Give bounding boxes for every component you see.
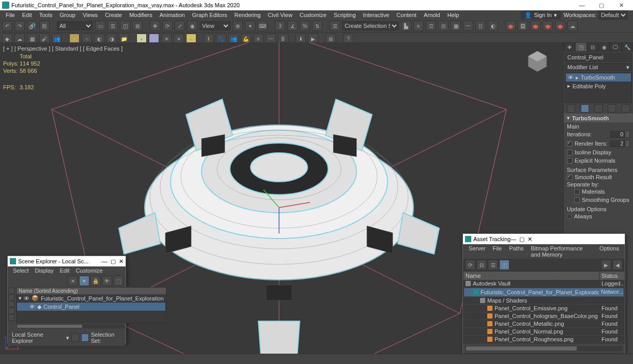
menu-create[interactable]: Create [101, 12, 126, 18]
select-region-icon[interactable]: ◫ [120, 21, 130, 31]
explicit-checkbox[interactable] [567, 158, 573, 164]
always-radio[interactable] [567, 214, 572, 219]
asset-row[interactable]: Autodesk VaultLogged... [464, 280, 624, 288]
workspace-selector[interactable]: Workspaces: Default [561, 10, 631, 20]
toggle-ribbon-icon[interactable]: ▦ [451, 21, 461, 31]
aw-tree-icon[interactable]: ⊟ [476, 260, 487, 270]
configure-sets-icon[interactable] [622, 104, 630, 113]
aw-refresh-icon[interactable]: ⟳ [465, 260, 475, 270]
object-name-field[interactable] [565, 53, 632, 62]
se-lock-icon[interactable]: 🔒 [90, 276, 101, 286]
se-all-icon[interactable] [8, 288, 14, 294]
pin-stack-icon[interactable] [567, 104, 575, 113]
render-iters-spinner[interactable] [610, 140, 630, 147]
se-scrollbar[interactable] [17, 325, 82, 328]
window-crossing-icon[interactable]: ⊞ [132, 21, 143, 31]
asset-tracking-window[interactable]: Asset Tracking — ▢ ✕ Server File Paths B… [462, 233, 625, 355]
mirror-icon[interactable]: ▙ [401, 21, 411, 31]
se-display-icon[interactable]: 👁 [102, 276, 112, 286]
menu-customize[interactable]: Customize [296, 12, 330, 18]
asset-row[interactable]: Maps / Shaders [464, 297, 624, 305]
menu-group[interactable]: Group [56, 12, 79, 18]
eye-icon[interactable]: 👁 [24, 295, 29, 302]
aw-col-status[interactable]: Status [599, 272, 624, 280]
menu-scripting[interactable]: Scripting [330, 12, 360, 18]
se-edit[interactable]: Edit [57, 267, 73, 274]
hierarchy-tab[interactable]: ⊟ [587, 42, 598, 52]
select-icon[interactable]: ▭ [95, 21, 105, 31]
modifier-stack[interactable]: 👁▸ TurboSmooth ▸Editable Poly [565, 72, 632, 103]
rollout-header[interactable]: ▾ TurboSmooth [564, 114, 633, 122]
unlink-icon[interactable]: ⛓ [39, 21, 50, 31]
se-pick-icon[interactable]: ⬚ [113, 276, 123, 286]
smooth-result-checkbox[interactable] [567, 175, 573, 180]
se-filter-icon[interactable]: ▼ [79, 276, 89, 286]
render-prod-icon[interactable]: 🫖 [530, 21, 541, 31]
link-icon[interactable]: 🔗 [27, 21, 37, 31]
aw-bitmap[interactable]: Bitmap Performance and Memory [527, 245, 596, 258]
se-select[interactable]: Select [10, 267, 32, 274]
smoothing-groups-checkbox[interactable] [574, 197, 580, 203]
material-editor-icon[interactable]: ◐ [488, 21, 498, 31]
se-light-icon[interactable] [8, 308, 14, 314]
spinner-snap-icon[interactable]: ⇅ [312, 21, 322, 31]
menu-views[interactable]: Views [79, 12, 101, 18]
se-sort-icon[interactable] [81, 334, 89, 342]
aw-flat-icon[interactable]: ☰ [488, 260, 498, 270]
close-icon[interactable]: ✕ [119, 258, 123, 265]
modifier-editable-poly[interactable]: ▸Editable Poly [565, 82, 631, 90]
layer-explorer-icon[interactable]: ⊟ [438, 21, 449, 31]
scale-icon[interactable]: ⤢ [175, 21, 185, 31]
asset-row[interactable]: Futuristic_Control_Panel_for_Planet_Expl… [464, 288, 624, 297]
menu-edit[interactable]: Edit [19, 12, 36, 18]
ref-coord[interactable]: View [199, 21, 230, 30]
aw-col-name[interactable]: Name [464, 272, 599, 280]
aw-file[interactable]: File [489, 245, 505, 258]
iterations-spinner[interactable] [610, 131, 630, 138]
asset-row[interactable]: Panel_Control_Roughness.pngFound [464, 336, 624, 343]
aw-options[interactable]: Options [596, 245, 623, 258]
motion-tab[interactable]: ◉ [598, 42, 610, 52]
close-button[interactable]: ✕ [611, 0, 631, 10]
render-cloud-icon[interactable]: ☁ [567, 21, 578, 31]
minimize-button[interactable]: — [572, 0, 592, 10]
modify-tab[interactable]: ◳ [575, 42, 586, 52]
place-icon[interactable]: ◉ [187, 21, 197, 31]
show-end-result-icon[interactable] [581, 104, 589, 113]
maximize-icon[interactable]: ▢ [111, 258, 116, 265]
aw-paths[interactable]: Paths [505, 245, 527, 258]
rotate-icon[interactable]: ⟳ [162, 21, 173, 31]
pivot-icon[interactable]: ⊕ [233, 21, 243, 31]
move-icon[interactable]: ✥ [150, 21, 160, 31]
schematic-icon[interactable]: ⌸ [475, 21, 486, 31]
se-geo-icon[interactable] [8, 294, 14, 300]
menu-animation[interactable]: Animation [156, 12, 189, 18]
isoline-checkbox[interactable] [567, 150, 573, 155]
redo-icon[interactable]: ↷ [14, 21, 25, 31]
layers-icon[interactable]: ☲ [426, 21, 436, 31]
render-iters-checkbox[interactable] [567, 141, 573, 147]
render-active-icon[interactable]: 🫖 [555, 21, 565, 31]
asset-row[interactable]: Panel_Control_hologram_BaseColor.pngFoun… [464, 312, 624, 320]
align-icon[interactable]: ≡ [413, 21, 424, 31]
asset-row[interactable]: Panel_Control_Emissive.pngFound [464, 305, 624, 312]
menu-help[interactable]: Help [444, 12, 463, 18]
create-tab[interactable]: ✚ [564, 42, 575, 52]
asset-row[interactable]: Panel_Control_Normal.pngFound [464, 328, 624, 336]
aw-server[interactable]: Server [465, 245, 489, 258]
se-search-icon[interactable]: ✕ [68, 276, 78, 286]
sign-in-button[interactable]: 👤 Sign In ▾ [521, 11, 560, 19]
eye-icon[interactable]: 👁 [568, 74, 574, 81]
named-sel-icon[interactable]: ☰ [330, 21, 340, 31]
maximize-button[interactable]: ▢ [592, 0, 611, 10]
se-row-root[interactable]: ▾👁📦 Futuristic_Control_Panel_for_Planet_… [17, 294, 166, 302]
modifier-turbosmooth[interactable]: 👁▸ TurboSmooth [565, 73, 631, 82]
menu-content[interactable]: Content [393, 12, 420, 18]
display-tab[interactable]: 🖵 [610, 42, 621, 52]
menu-graph-editors[interactable]: Graph Editors [189, 12, 231, 18]
se-cam-icon[interactable] [8, 314, 14, 321]
minimize-icon[interactable]: — [511, 236, 516, 242]
menu-file[interactable]: File [2, 12, 19, 18]
materials-checkbox[interactable] [574, 189, 580, 195]
curve-editor-icon[interactable]: 〰 [463, 21, 473, 31]
